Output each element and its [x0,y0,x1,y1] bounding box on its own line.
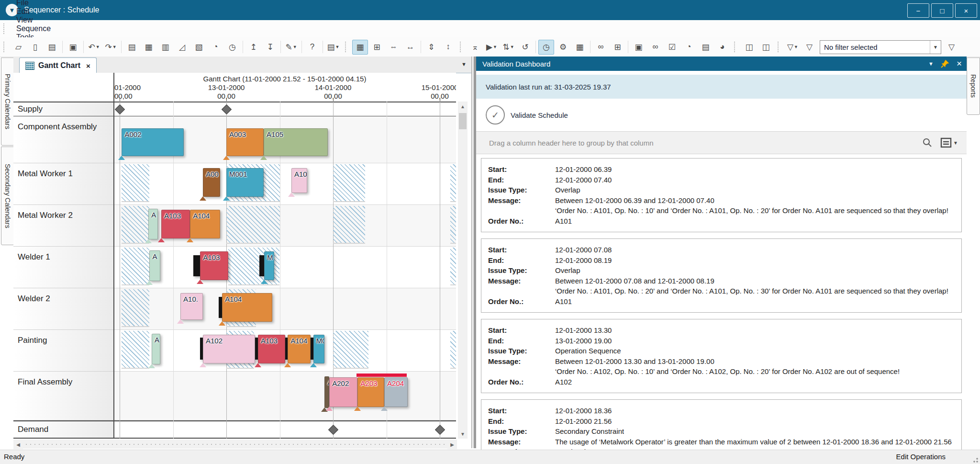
report-gear-button[interactable]: ▤ [698,40,713,55]
zoom-out-horizontal-button[interactable]: ↔ [402,40,418,55]
grid-view-button[interactable]: ▦ [141,40,156,55]
gantt-bar-A00[interactable]: A00 [203,168,220,197]
gear-sequence-button[interactable]: ⚙ [555,40,571,55]
filter-settings-button[interactable]: ▽ [944,40,959,55]
window-save-button[interactable]: ◫ [741,40,757,55]
scroll-up-icon[interactable]: ▲ [458,102,468,111]
gantt-bar-A[interactable]: A [149,250,160,281]
filter-edit-button[interactable]: ▽▼ [785,40,801,55]
combobox-dropdown-icon[interactable]: ▼ [930,41,941,54]
print-button[interactable]: ▣ [65,40,81,55]
close-button[interactable]: × [955,3,977,18]
move-up-button[interactable]: ↥ [245,40,261,55]
validation-issue-card[interactable]: Start:12-01-2000 07.08End:12-01-2000 08.… [481,238,962,313]
gantt-bar-A104[interactable]: A104 [190,210,220,238]
gantt-bar-A[interactable]: A [148,209,158,239]
dropdown-arrow-icon[interactable]: ▼ [510,45,514,49]
gantt-bar-A104[interactable]: A104 [288,335,311,363]
vertical-scroll-thumb[interactable] [459,113,467,129]
table-check-button[interactable]: ☑ [664,40,680,55]
toolbar-grip[interactable] [460,42,463,52]
menu-item-edit[interactable]: Edit [10,7,57,16]
table-edit-button[interactable]: ▦ [572,40,588,55]
gantt-bar-A105[interactable]: A105 [264,128,328,156]
menu-item-sequence[interactable]: Sequence [10,24,57,33]
gantt-bar-M0[interactable]: M0 [313,335,324,363]
dashboard-button[interactable]: ◔ [681,40,697,55]
constraint-marker-bar[interactable] [311,338,313,360]
constraint-marker-bar[interactable] [219,297,222,318]
gantt-bar-A103[interactable]: A103 [161,210,190,238]
gantt-bar-A[interactable]: A [324,376,329,408]
panel-close-icon[interactable]: × [957,58,962,69]
constraint-marker-bar[interactable] [259,255,264,276]
sidebar-tab-primary-calendars[interactable]: Primary Calendars [1,57,14,146]
gantt-bar-A003[interactable]: A003 [226,128,264,156]
open-button[interactable]: ▱ [11,40,26,55]
gantt-bar-A204[interactable]: A204 [384,377,408,407]
gantt-bar-A103[interactable]: A103 [200,251,228,280]
zoom-in-vertical-button[interactable]: ⇕ [423,40,439,55]
violation-indicator-bar[interactable] [356,373,407,377]
scroll-down-icon[interactable]: ▼ [458,429,468,439]
validation-issue-card[interactable]: Start:12-01-2000 06.39End:12-01-2000 07.… [481,158,962,232]
help-button[interactable]: ? [304,40,320,55]
tab-gantt-chart[interactable]: Gantt Chart × [19,57,97,73]
toolbar-grip[interactable] [3,42,7,52]
dropdown-arrow-icon[interactable]: ▼ [493,45,497,49]
gantt-bar-A102[interactable]: A102 [203,335,255,363]
menu-item-file[interactable]: File [10,0,57,7]
sheet-view-button[interactable]: ▥ [157,40,173,55]
dropdown-arrow-icon[interactable]: ▼ [96,45,100,49]
fit-screen-button[interactable]: ⌅ [467,40,483,55]
table-button[interactable]: ▦ [352,40,368,55]
scroll-left-icon[interactable]: ◀ [13,440,23,449]
window-clock-button[interactable]: ◫ [758,40,774,55]
group-by-bar[interactable]: Drag a column header here to group by th… [476,131,967,154]
plan-view-button[interactable]: ▧ [191,40,207,55]
link-button[interactable]: ∞ [593,40,609,55]
sort-order-button[interactable]: ⇅▼ [501,40,516,55]
pin-icon[interactable] [940,59,950,68]
menu-grip[interactable] [3,23,7,34]
toolbar-grip[interactable] [734,42,737,52]
toolbar-grip[interactable] [345,42,348,52]
pie-analysis-button[interactable]: ◕ [714,40,730,55]
dropdown-arrow-icon[interactable]: ▼ [794,45,798,49]
gantt-view-button[interactable]: ▤ [124,40,140,55]
gantt-bar-A104[interactable]: A104 [222,293,272,322]
gantt-bar-A203[interactable]: A203 [357,377,384,407]
clock-lock-button[interactable]: ◷ [538,40,554,55]
infinite-capacity-button[interactable]: ∞ [647,40,663,55]
panel-menu-chevron-icon[interactable]: ▼ [928,61,934,67]
move-down-button[interactable]: ↧ [262,40,278,55]
notes-button[interactable]: ▤▼ [325,40,341,55]
trend-view-button[interactable]: ◿ [174,40,190,55]
gauge-view-button[interactable]: ◔ [208,40,223,55]
zoom-out-vertical-button[interactable]: ↕ [440,40,456,55]
gantt-vertical-scrollbar[interactable]: ▲ ▼ [458,102,468,439]
filter-clear-button[interactable]: ▽ [802,40,817,55]
zoom-in-horizontal-button[interactable]: ⇔ [386,40,401,55]
label-column-divider[interactable] [113,73,114,439]
save-button[interactable]: ▤ [44,40,60,55]
tab-list-dropdown-icon[interactable]: ▼ [461,61,467,67]
gantt-horizontal-scrollbar[interactable]: ◀ ▶ [13,440,457,449]
filter-combobox[interactable]: No filter selected▼ [820,40,941,54]
gantt-bar-A10.[interactable]: A10. [180,293,203,320]
undo-button[interactable]: ↶▼ [86,40,102,55]
constraint-marker-bar[interactable] [193,255,200,276]
horizontal-scroll-track[interactable] [26,444,445,445]
pane-splitter[interactable] [471,57,474,448]
redo-button[interactable]: ↷▼ [103,40,119,55]
search-icon[interactable] [922,137,933,148]
dropdown-arrow-icon[interactable]: ▼ [335,45,340,49]
clock-view-button[interactable]: ◷ [224,40,240,55]
gantt-bar-M[interactable]: M [264,251,274,280]
scroll-right-icon[interactable]: ▶ [447,440,457,449]
column-chooser-icon[interactable]: ▼ [940,137,958,148]
gantt-bar-A002[interactable]: A002 [122,128,183,156]
constraint-marker-bar[interactable] [255,338,258,360]
sidebar-tab-secondary-calendars[interactable]: Secondary Calendars [1,147,14,245]
resize-grip[interactable] [971,456,978,463]
